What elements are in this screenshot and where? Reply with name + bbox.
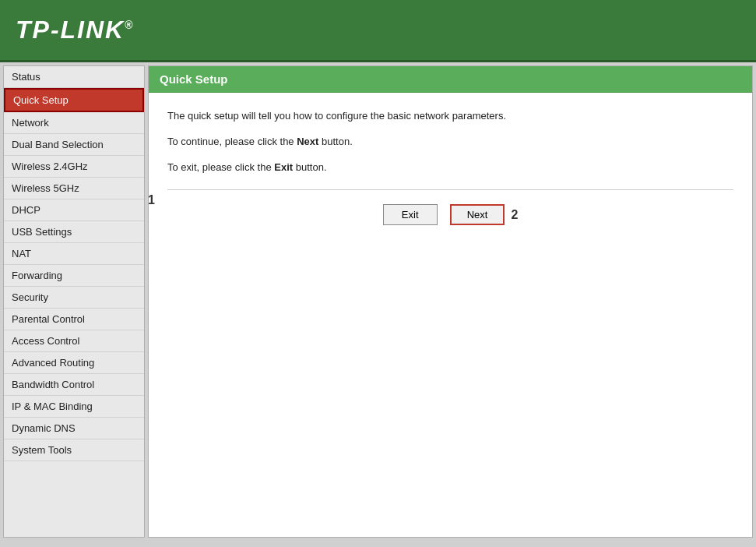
intro-line2: To continue, please click the Next butto… xyxy=(167,134,733,150)
sidebar-item-status[interactable]: Status xyxy=(4,66,144,88)
sidebar-item-wireless-5[interactable]: Wireless 5GHz xyxy=(4,178,144,199)
step1-label: 1 xyxy=(148,193,155,207)
sidebar-item-dual-band[interactable]: Dual Band Selection xyxy=(4,134,144,156)
sidebar-item-security[interactable]: Security xyxy=(4,287,144,309)
sidebar: StatusQuick SetupNetworkDual Band Select… xyxy=(3,65,145,538)
page-title: Quick Setup xyxy=(149,66,752,93)
content-area: The quick setup will tell you how to con… xyxy=(149,93,752,537)
button-row: Exit Next 2 xyxy=(167,204,733,225)
layout: StatusQuick SetupNetworkDual Band Select… xyxy=(0,62,756,541)
header: TP-LINK® xyxy=(0,0,756,62)
sidebar-item-wireless-24[interactable]: Wireless 2.4GHz xyxy=(4,156,144,178)
sidebar-item-access-control[interactable]: Access Control xyxy=(4,330,144,352)
logo-text: TP-LINK xyxy=(16,16,125,44)
logo-reg: ® xyxy=(125,19,134,31)
sidebar-item-advanced-routing[interactable]: Advanced Routing xyxy=(4,352,144,374)
sidebar-item-forwarding[interactable]: Forwarding xyxy=(4,265,144,287)
sidebar-item-network[interactable]: Network xyxy=(4,112,144,134)
sidebar-item-system-tools[interactable]: System Tools xyxy=(4,439,144,461)
sidebar-item-ip-mac-binding[interactable]: IP & MAC Binding xyxy=(4,396,144,418)
step2-container: Next 2 xyxy=(450,204,519,225)
intro-line1: The quick setup will tell you how to con… xyxy=(167,108,733,125)
sidebar-item-quick-setup[interactable]: Quick Setup xyxy=(4,88,144,112)
logo: TP-LINK® xyxy=(16,16,135,44)
exit-button[interactable]: Exit xyxy=(383,204,438,225)
sidebar-item-dhcp[interactable]: DHCP xyxy=(4,199,144,221)
step2-label: 2 xyxy=(511,208,518,222)
sidebar-item-dynamic-dns[interactable]: Dynamic DNS xyxy=(4,418,144,439)
intro-line3: To exit, please click the Exit button. xyxy=(167,160,733,176)
main-content: Quick Setup The quick setup will tell yo… xyxy=(148,65,753,538)
divider xyxy=(167,189,733,190)
sidebar-item-nat[interactable]: NAT xyxy=(4,243,144,265)
sidebar-item-usb-settings[interactable]: USB Settings xyxy=(4,221,144,243)
sidebar-item-parental-control[interactable]: Parental Control xyxy=(4,309,144,330)
next-button[interactable]: Next xyxy=(450,204,505,225)
sidebar-item-bandwidth-control[interactable]: Bandwidth Control xyxy=(4,374,144,396)
